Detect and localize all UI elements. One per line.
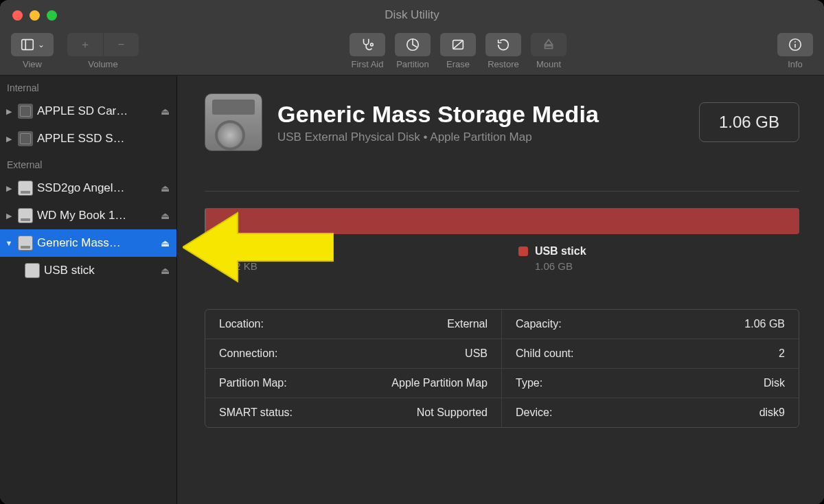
info-row-child-count: Child count:2 [502,339,799,369]
view-label: View [23,59,42,69]
volume-label: Volume [88,59,117,69]
main-panel: Generic Mass Storage Media USB External … [177,76,824,504]
sidebar-item-external-2[interactable]: ▼ Generic Mass… ⏏ [0,229,176,257]
info-value: Apple Partition Map [391,377,488,389]
sidebar-item-label: WD My Book 1… [37,209,157,222]
sidebar-item-label: APPLE SSD S… [37,132,170,146]
eject-icon[interactable]: ⏏ [161,265,170,276]
swatch-icon [518,247,528,256]
mount-button[interactable] [531,33,566,56]
first-aid-label: First Aid [352,59,384,69]
info-row-connection: Connection:USB [205,339,502,369]
disk-subtitle: USB External Physical Disk • Apple Parti… [277,130,599,144]
volume-remove-button[interactable]: − [103,33,139,56]
info-value: 2 [779,347,785,360]
info-key: Type: [516,377,542,389]
restore-button[interactable] [485,33,521,56]
mount-label: Mount [536,59,561,69]
sidebar-section-external: External [0,152,176,174]
info-button[interactable] [777,33,813,56]
eject-icon[interactable]: ⏏ [161,210,170,221]
eject-icon[interactable]: ⏏ [161,106,170,117]
info-table: Location:External Capacity:1.06 GB Conne… [205,309,799,428]
drive-icon [25,263,40,278]
legend-name: USB stick [535,245,586,257]
stethoscope-icon [360,37,375,52]
svg-point-9 [794,41,796,43]
chevron-right-icon: ▶ [4,135,14,144]
info-label: Info [788,59,803,69]
eject-icon[interactable]: ⏏ [161,183,170,194]
toolbar: ⌄ View ＋ − Volume First Aid [0,30,824,76]
view-group: ⌄ View [11,30,54,69]
legend-item-1: USB stick 1.06 GB [518,245,586,272]
info-key: Partition Map: [219,377,287,389]
volume-group: ＋ − Volume [67,30,139,69]
drive-icon [18,131,33,146]
erase-button[interactable] [440,33,476,56]
info-value: Disk [764,377,785,389]
sidebar-item-internal-0[interactable]: ▶ APPLE SD Car… ⏏ [0,98,176,125]
legend-name: k9s1 [229,245,254,257]
sidebar-item-external-0[interactable]: ▶ SSD2go Angel… ⏏ [0,174,176,202]
drive-icon [18,181,33,196]
info-row-device: Device:disk9 [502,398,799,427]
disk-title: Generic Mass Storage Media [277,101,599,128]
info-icon [788,37,803,52]
info-row-type: Type:Disk [502,369,799,398]
info-value: USB [465,347,488,360]
capacity-box: 1.06 GB [699,102,799,142]
restore-icon [496,37,511,52]
svg-line-5 [453,41,464,49]
chevron-down-icon: ▼ [4,239,14,247]
info-key: Connection: [219,347,277,360]
first-aid-button[interactable] [350,33,385,56]
sidebar-item-label: SSD2go Angel… [37,181,157,195]
info-row-capacity: Capacity:1.06 GB [502,310,799,339]
sidebar-item-label: APPLE SD Car… [37,104,157,118]
chevron-right-icon: ▶ [4,184,14,193]
info-row-smart: SMART status:Not Supported [205,398,502,427]
disk-header: Generic Mass Storage Media USB External … [205,93,799,151]
legend-item-0: k9s1 32 KB [213,245,258,272]
disk-utility-window: Disk Utility ⌄ View ＋ − Volume First Aid [0,0,824,504]
usage-bar [205,208,799,234]
sidebar-section-internal: Internal [0,76,176,98]
center-tools: First Aid Partition Erase Restore [350,30,566,69]
view-button[interactable]: ⌄ [11,33,54,56]
info-key: Capacity: [516,318,562,330]
erase-icon [450,37,466,52]
drive-icon [18,208,33,223]
disk-hero-icon [205,93,262,151]
sidebar-item-label: USB stick [44,264,157,277]
svg-point-2 [371,43,374,46]
view-sidebar-icon [20,37,35,52]
restore-label: Restore [488,59,519,69]
eject-icon[interactable]: ⏏ [161,238,170,249]
sidebar-item-external-3[interactable]: USB stick ⏏ [0,257,176,284]
partition-button[interactable] [395,33,431,56]
svg-rect-6 [545,46,553,49]
svg-rect-0 [22,40,34,50]
minus-icon: − [118,38,124,51]
window-title: Disk Utility [0,8,824,22]
info-row-partition-map: Partition Map:Apple Partition Map [205,369,502,398]
chevron-right-icon: ▶ [4,107,14,116]
info-key: SMART status: [219,406,293,419]
sidebar-item-internal-1[interactable]: ▶ APPLE SSD S… [0,125,176,152]
info-key: Child count: [516,347,574,360]
plus-icon: ＋ [80,38,91,52]
info-value: External [447,318,488,330]
info-key: Device: [516,406,552,419]
sidebar-item-external-1[interactable]: ▶ WD My Book 1… ⏏ [0,202,176,229]
volume-add-button[interactable]: ＋ [67,33,103,56]
info-value: disk9 [759,406,785,419]
chevron-down-icon: ⌄ [38,40,45,49]
divider [205,191,799,192]
legend-size: 1.06 GB [535,260,586,272]
mount-icon [541,37,556,52]
info-row-location: Location:External [205,310,502,339]
sidebar: Internal ▶ APPLE SD Car… ⏏ ▶ APPLE SSD S… [0,76,177,504]
swatch-icon [213,247,222,256]
usage-legend: k9s1 32 KB USB stick 1.06 GB [205,245,799,272]
